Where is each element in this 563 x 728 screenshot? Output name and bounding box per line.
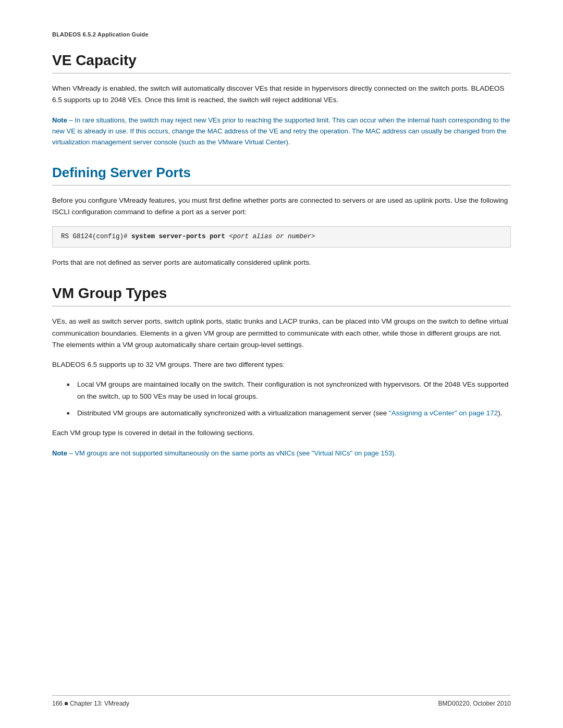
code-block-server-ports: RS G8124(config)# system server-ports po… <box>52 226 511 248</box>
section-vm-group-types: VM Group Types VEs, as well as switch se… <box>52 285 511 459</box>
section-defining-server-ports: Defining Server Ports Before you configu… <box>52 165 511 269</box>
note-dash-2: – <box>67 449 75 457</box>
header-meta: BLADEOS 6.5.2 Application Guide <box>52 31 511 38</box>
vm-group-types-para2: BLADEOS 6.5 supports up to 32 VM groups.… <box>52 359 511 371</box>
section-divider-3 <box>52 306 511 306</box>
ve-capacity-note: Note – In rare situations, the switch ma… <box>52 115 511 148</box>
bullet-item-local-text: Local VM groups are maintained locally o… <box>77 380 508 400</box>
vm-group-types-note: Note – VM groups are not supported simul… <box>52 448 511 459</box>
note-label-1: Note <box>52 116 67 124</box>
note-dash-1: – <box>67 116 75 124</box>
note-label-2: Note <box>52 449 67 457</box>
vm-group-types-para1: VEs, as well as switch server ports, swi… <box>52 316 511 351</box>
footer-left: 166 ■ Chapter 13: VMready <box>52 700 129 707</box>
ve-capacity-para1: When VMready is enabled, the switch will… <box>52 83 511 106</box>
page: BLADEOS 6.5.2 Application Guide VE Capac… <box>0 0 563 728</box>
section-title-ve-capacity: VE Capacity <box>52 52 511 69</box>
code-bold: system server-ports port <box>131 233 225 240</box>
section-divider-2 <box>52 185 511 186</box>
section-title-vm-group-types: VM Group Types <box>52 285 511 302</box>
vm-group-note-text-after: ). <box>392 449 396 457</box>
bullet-item-distributed: Distributed VM groups are automatically … <box>67 408 511 419</box>
virtual-nics-link[interactable]: "Virtual NICs" on page 153 <box>312 449 392 457</box>
section-ve-capacity: VE Capacity When VMready is enabled, the… <box>52 52 511 148</box>
ve-capacity-note-text: In rare situations, the switch may rejec… <box>52 116 510 146</box>
assigning-vcenter-link[interactable]: "Assigning a vCenter" on page 172 <box>389 409 498 417</box>
bullet-item-local: Local VM groups are maintained locally o… <box>67 379 511 402</box>
footer: 166 ■ Chapter 13: VMready BMD00220, Octo… <box>52 695 511 707</box>
defining-server-ports-para1: Before you configure VMready features, y… <box>52 195 511 218</box>
bullet-item-distributed-text: Distributed VM groups are automatically … <box>77 409 503 417</box>
vm-group-note-text-before: VM groups are not supported simultaneous… <box>75 449 312 457</box>
section-divider-1 <box>52 73 511 73</box>
vm-group-types-bullet-list: Local VM groups are maintained locally o… <box>67 379 511 419</box>
footer-right: BMD00220, October 2010 <box>438 700 511 707</box>
section-title-defining-server-ports: Defining Server Ports <box>52 165 511 181</box>
code-italic: <port alias or number> <box>225 233 315 240</box>
code-prefix: RS G8124(config)# <box>61 233 131 240</box>
vm-group-types-para3: Each VM group type is covered in detail … <box>52 427 511 439</box>
defining-server-ports-para2: Ports that are not defined as server por… <box>52 257 511 268</box>
